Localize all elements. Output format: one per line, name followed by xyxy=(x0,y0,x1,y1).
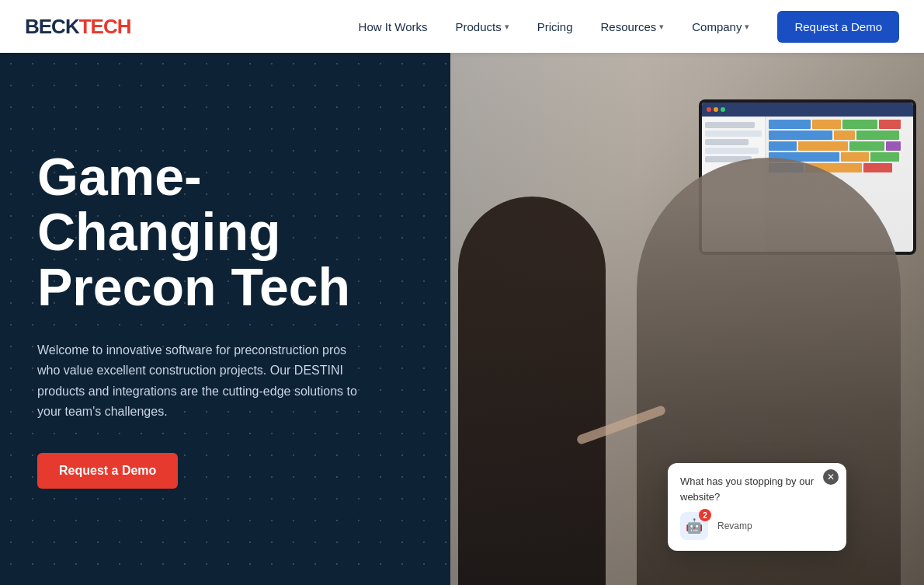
chevron-down-icon: ▾ xyxy=(505,22,509,32)
request-demo-nav-button[interactable]: Request a Demo xyxy=(777,11,899,43)
nav-link-products[interactable]: Products ▾ xyxy=(455,20,509,33)
nav-links: How It Works Products ▾ Pricing Resource… xyxy=(359,11,899,43)
logo-beck: BECK xyxy=(25,15,79,39)
logo[interactable]: BECKTECH xyxy=(25,15,130,39)
nav-item-how-it-works[interactable]: How It Works xyxy=(359,20,428,33)
nav-link-resources[interactable]: Resources ▾ xyxy=(601,20,665,33)
chevron-down-icon: ▾ xyxy=(659,22,664,32)
chat-message: What has you stopping by our website? xyxy=(680,474,834,504)
request-demo-hero-button[interactable]: Request a Demo xyxy=(37,453,178,489)
chat-icon-row: 🤖 2 Revamp xyxy=(680,512,834,540)
nav-item-pricing[interactable]: Pricing xyxy=(537,20,573,33)
hero-content: Game-Changing Precon Tech Welcome to inn… xyxy=(0,149,435,489)
nav-item-products[interactable]: Products ▾ xyxy=(455,20,509,33)
chat-badge: 2 xyxy=(699,509,711,521)
chat-icon-wrapper: 🤖 2 xyxy=(680,512,708,540)
chat-popup: ✕ What has you stopping by our website? … xyxy=(668,463,846,551)
hero-title: Game-Changing Precon Tech xyxy=(37,149,435,315)
chat-revamp-label: Revamp xyxy=(717,521,752,531)
person-left-silhouette xyxy=(458,197,606,585)
nav-link-pricing[interactable]: Pricing xyxy=(537,20,573,33)
hero-section: Game-Changing Precon Tech Welcome to inn… xyxy=(0,53,924,585)
chevron-down-icon: ▾ xyxy=(745,22,749,32)
nav-link-how-it-works[interactable]: How It Works xyxy=(359,20,428,33)
nav-cta-item[interactable]: Request a Demo xyxy=(777,11,899,43)
logo-tech: TECH xyxy=(79,15,131,39)
chat-close-button[interactable]: ✕ xyxy=(823,469,839,485)
nav-link-company[interactable]: Company ▾ xyxy=(692,20,749,33)
nav-item-company[interactable]: Company ▾ xyxy=(692,20,749,33)
nav-item-resources[interactable]: Resources ▾ xyxy=(601,20,665,33)
navbar: BECKTECH How It Works Products ▾ Pricing… xyxy=(0,0,924,53)
hero-subtitle: Welcome to innovative software for preco… xyxy=(37,340,371,423)
